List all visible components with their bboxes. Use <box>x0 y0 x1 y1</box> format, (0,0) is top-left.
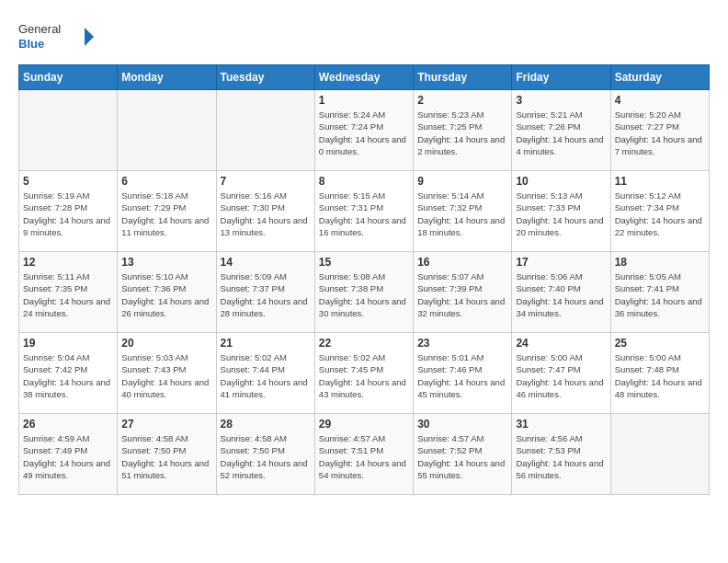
cell-info: Sunrise: 5:24 AM Sunset: 7:24 PM Dayligh… <box>319 109 409 157</box>
calendar-cell: 15 Sunrise: 5:08 AM Sunset: 7:38 PM Dayl… <box>314 252 413 333</box>
day-number: 19 <box>23 337 113 350</box>
calendar-cell: 24 Sunrise: 5:00 AM Sunset: 7:47 PM Dayl… <box>512 333 610 414</box>
calendar-cell: 1 Sunrise: 5:24 AM Sunset: 7:24 PM Dayli… <box>314 90 413 171</box>
calendar-cell: 16 Sunrise: 5:07 AM Sunset: 7:39 PM Dayl… <box>414 252 512 333</box>
svg-marker-2 <box>85 28 94 46</box>
day-number: 18 <box>615 256 705 269</box>
cell-info: Sunrise: 5:05 AM Sunset: 7:41 PM Dayligh… <box>615 270 705 319</box>
week-row-3: 12 Sunrise: 5:11 AM Sunset: 7:35 PM Dayl… <box>19 252 710 333</box>
day-number: 9 <box>417 175 507 188</box>
page-header: General Blue <box>18 18 710 55</box>
day-number: 5 <box>23 175 113 188</box>
day-number: 3 <box>516 94 606 107</box>
cell-info: Sunrise: 5:12 AM Sunset: 7:34 PM Dayligh… <box>615 190 705 238</box>
cell-info: Sunrise: 5:18 AM Sunset: 7:29 PM Dayligh… <box>121 190 211 238</box>
calendar-cell: 25 Sunrise: 5:00 AM Sunset: 7:48 PM Dayl… <box>610 333 709 414</box>
calendar-cell: 21 Sunrise: 5:02 AM Sunset: 7:44 PM Dayl… <box>216 333 314 414</box>
calendar-cell: 28 Sunrise: 4:58 AM Sunset: 7:50 PM Dayl… <box>216 414 314 495</box>
calendar-cell: 7 Sunrise: 5:16 AM Sunset: 7:30 PM Dayli… <box>216 171 314 252</box>
cell-info: Sunrise: 4:58 AM Sunset: 7:50 PM Dayligh… <box>121 432 211 481</box>
week-row-1: 1 Sunrise: 5:24 AM Sunset: 7:24 PM Dayli… <box>19 90 710 171</box>
day-number: 28 <box>221 418 311 431</box>
calendar-cell: 19 Sunrise: 5:04 AM Sunset: 7:42 PM Dayl… <box>19 333 118 414</box>
cell-info: Sunrise: 4:58 AM Sunset: 7:50 PM Dayligh… <box>221 432 311 481</box>
cell-info: Sunrise: 5:01 AM Sunset: 7:46 PM Dayligh… <box>417 351 507 400</box>
cell-info: Sunrise: 5:16 AM Sunset: 7:30 PM Dayligh… <box>221 190 311 238</box>
cell-info: Sunrise: 5:07 AM Sunset: 7:39 PM Dayligh… <box>417 270 507 319</box>
cell-info: Sunrise: 5:03 AM Sunset: 7:43 PM Dayligh… <box>121 351 211 400</box>
calendar-cell: 4 Sunrise: 5:20 AM Sunset: 7:27 PM Dayli… <box>610 90 709 171</box>
week-row-5: 26 Sunrise: 4:59 AM Sunset: 7:49 PM Dayl… <box>19 414 710 495</box>
day-number: 12 <box>23 256 113 269</box>
day-number: 14 <box>221 256 311 269</box>
day-header-sunday: Sunday <box>19 65 118 90</box>
cell-info: Sunrise: 5:00 AM Sunset: 7:47 PM Dayligh… <box>516 351 606 400</box>
day-number: 30 <box>417 418 507 431</box>
calendar-cell: 11 Sunrise: 5:12 AM Sunset: 7:34 PM Dayl… <box>610 171 709 252</box>
calendar-cell <box>610 414 709 495</box>
day-number: 25 <box>615 337 705 350</box>
calendar-cell: 22 Sunrise: 5:02 AM Sunset: 7:45 PM Dayl… <box>314 333 413 414</box>
day-number: 11 <box>615 175 705 188</box>
calendar-table: SundayMondayTuesdayWednesdayThursdayFrid… <box>18 64 710 495</box>
calendar-cell: 3 Sunrise: 5:21 AM Sunset: 7:26 PM Dayli… <box>512 90 610 171</box>
day-number: 4 <box>615 94 705 107</box>
day-number: 20 <box>121 337 211 350</box>
calendar-cell: 29 Sunrise: 4:57 AM Sunset: 7:51 PM Dayl… <box>314 414 413 495</box>
calendar-cell: 2 Sunrise: 5:23 AM Sunset: 7:25 PM Dayli… <box>414 90 512 171</box>
cell-info: Sunrise: 5:14 AM Sunset: 7:32 PM Dayligh… <box>417 190 507 238</box>
logo: General Blue <box>18 18 101 55</box>
calendar-cell: 6 Sunrise: 5:18 AM Sunset: 7:29 PM Dayli… <box>118 171 216 252</box>
day-number: 26 <box>23 418 113 431</box>
cell-info: Sunrise: 5:00 AM Sunset: 7:48 PM Dayligh… <box>615 351 705 400</box>
week-row-4: 19 Sunrise: 5:04 AM Sunset: 7:42 PM Dayl… <box>19 333 710 414</box>
cell-info: Sunrise: 5:21 AM Sunset: 7:26 PM Dayligh… <box>516 109 606 157</box>
calendar-cell: 8 Sunrise: 5:15 AM Sunset: 7:31 PM Dayli… <box>314 171 413 252</box>
calendar-cell: 31 Sunrise: 4:56 AM Sunset: 7:53 PM Dayl… <box>512 414 610 495</box>
calendar-cell: 14 Sunrise: 5:09 AM Sunset: 7:37 PM Dayl… <box>216 252 314 333</box>
cell-info: Sunrise: 5:02 AM Sunset: 7:45 PM Dayligh… <box>319 351 409 400</box>
header-row: SundayMondayTuesdayWednesdayThursdayFrid… <box>19 65 710 90</box>
day-header-thursday: Thursday <box>414 65 512 90</box>
cell-info: Sunrise: 5:11 AM Sunset: 7:35 PM Dayligh… <box>23 270 113 319</box>
day-header-saturday: Saturday <box>610 65 709 90</box>
cell-info: Sunrise: 5:19 AM Sunset: 7:28 PM Dayligh… <box>23 190 113 238</box>
cell-info: Sunrise: 5:13 AM Sunset: 7:33 PM Dayligh… <box>516 190 606 238</box>
calendar-cell: 26 Sunrise: 4:59 AM Sunset: 7:49 PM Dayl… <box>19 414 118 495</box>
cell-info: Sunrise: 5:20 AM Sunset: 7:27 PM Dayligh… <box>615 109 705 157</box>
calendar-cell: 12 Sunrise: 5:11 AM Sunset: 7:35 PM Dayl… <box>19 252 118 333</box>
day-number: 8 <box>319 175 409 188</box>
calendar-cell <box>216 90 314 171</box>
logo-icon: General Blue <box>18 18 101 55</box>
day-number: 31 <box>516 418 606 431</box>
calendar-cell: 13 Sunrise: 5:10 AM Sunset: 7:36 PM Dayl… <box>118 252 216 333</box>
calendar-cell <box>118 90 216 171</box>
day-number: 22 <box>319 337 409 350</box>
calendar-cell: 17 Sunrise: 5:06 AM Sunset: 7:40 PM Dayl… <box>512 252 610 333</box>
day-number: 13 <box>121 256 211 269</box>
day-number: 1 <box>319 94 409 107</box>
day-number: 15 <box>319 256 409 269</box>
day-number: 29 <box>319 418 409 431</box>
cell-info: Sunrise: 4:57 AM Sunset: 7:51 PM Dayligh… <box>319 432 409 481</box>
calendar-cell: 10 Sunrise: 5:13 AM Sunset: 7:33 PM Dayl… <box>512 171 610 252</box>
day-number: 17 <box>516 256 606 269</box>
day-number: 2 <box>417 94 507 107</box>
day-number: 21 <box>221 337 311 350</box>
svg-text:General: General <box>18 22 61 36</box>
calendar-cell: 27 Sunrise: 4:58 AM Sunset: 7:50 PM Dayl… <box>118 414 216 495</box>
cell-info: Sunrise: 5:23 AM Sunset: 7:25 PM Dayligh… <box>417 109 507 157</box>
day-number: 10 <box>516 175 606 188</box>
calendar-cell: 30 Sunrise: 4:57 AM Sunset: 7:52 PM Dayl… <box>414 414 512 495</box>
svg-text:Blue: Blue <box>18 37 44 51</box>
cell-info: Sunrise: 4:57 AM Sunset: 7:52 PM Dayligh… <box>417 432 507 481</box>
week-row-2: 5 Sunrise: 5:19 AM Sunset: 7:28 PM Dayli… <box>19 171 710 252</box>
calendar-cell: 9 Sunrise: 5:14 AM Sunset: 7:32 PM Dayli… <box>414 171 512 252</box>
day-number: 6 <box>121 175 211 188</box>
day-header-wednesday: Wednesday <box>314 65 413 90</box>
day-header-tuesday: Tuesday <box>216 65 314 90</box>
cell-info: Sunrise: 5:15 AM Sunset: 7:31 PM Dayligh… <box>319 190 409 238</box>
day-header-monday: Monday <box>118 65 216 90</box>
calendar-cell <box>19 90 118 171</box>
day-number: 24 <box>516 337 606 350</box>
